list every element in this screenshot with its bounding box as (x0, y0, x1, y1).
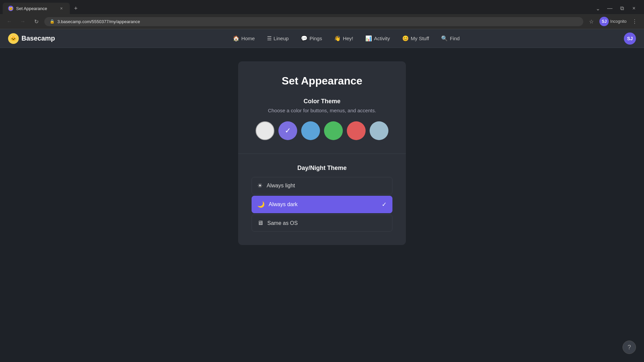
color-swatch-purple[interactable]: ✓ (278, 121, 297, 140)
nav-label-find: Find (450, 36, 460, 41)
minimize-icon: — (607, 5, 612, 11)
close-window-icon: × (632, 5, 635, 11)
extensions-area: SJ Incognito (599, 17, 627, 26)
app-nav: 🐱 Basecamp 🏠Home☰Lineup💬Pings👋Hey!📊Activ… (0, 29, 644, 48)
nav-icon-mystuff: 😊 (402, 35, 409, 42)
browser-chrome: 🐱 Set Appearance × + ⌄ — ⧉ × ← → (0, 0, 644, 29)
maximize-button[interactable]: ⧉ (617, 4, 627, 13)
theme-icon-same-as-os: 🖥 (257, 220, 263, 227)
color-swatch-green[interactable] (324, 121, 343, 140)
theme-icon-always-light: ☀ (257, 182, 263, 189)
browser-menu-button[interactable]: ⋮ (629, 16, 640, 27)
help-icon: ? (628, 344, 631, 351)
address-bar[interactable]: 🔒 3.basecamp.com/5550377/my/appearance (44, 17, 583, 26)
nav-link-hey[interactable]: 👋Hey! (329, 33, 359, 44)
color-swatch-red[interactable] (347, 121, 366, 140)
logo-text: Basecamp (21, 35, 55, 42)
color-theme-section: Color Theme Choose a color for buttons, … (252, 98, 392, 140)
back-icon: ← (7, 18, 12, 24)
active-tab[interactable]: 🐱 Set Appearance × (3, 3, 70, 14)
window-controls: ⌄ — ⧉ × (593, 4, 641, 13)
expand-icon: ⌄ (596, 5, 600, 12)
reload-icon: ↻ (34, 18, 39, 25)
forward-icon: → (20, 18, 25, 24)
day-night-section: Day/Night Theme ☀ Always light 🌙 Always … (252, 165, 392, 232)
lock-icon: 🔒 (50, 19, 55, 24)
nav-label-activity: Activity (374, 36, 390, 41)
url-text: 3.basecamp.com/5550377/my/appearance (57, 19, 140, 24)
nav-link-find[interactable]: 🔍Find (436, 33, 465, 44)
nav-icon-pings: 💬 (301, 35, 308, 42)
nav-link-lineup[interactable]: ☰Lineup (262, 33, 294, 44)
app-logo[interactable]: 🐱 Basecamp (8, 33, 55, 44)
day-night-title: Day/Night Theme (252, 165, 392, 172)
theme-label-always-dark: Always dark (269, 201, 378, 207)
nav-link-pings[interactable]: 💬Pings (296, 33, 328, 44)
bookmark-icon: ☆ (589, 18, 594, 25)
help-button[interactable]: ? (623, 341, 636, 354)
bookmark-button[interactable]: ☆ (586, 16, 597, 27)
color-swatch-blue[interactable] (301, 121, 320, 140)
color-swatch-light-blue[interactable] (370, 121, 388, 140)
nav-right: SJ (624, 33, 636, 45)
close-window-button[interactable]: × (629, 4, 639, 13)
color-theme-description: Choose a color for buttons, menus, and a… (252, 108, 392, 113)
nav-links: 🏠Home☰Lineup💬Pings👋Hey!📊Activity😊My Stuf… (68, 33, 624, 44)
nav-link-activity[interactable]: 📊Activity (360, 33, 395, 44)
color-swatches: ✓ (252, 121, 392, 140)
new-tab-button[interactable]: + (71, 4, 80, 13)
nav-icon-find: 🔍 (441, 35, 448, 42)
nav-label-pings: Pings (310, 36, 322, 41)
minimize-button[interactable]: — (605, 4, 614, 13)
logo-icon: 🐱 (8, 33, 19, 44)
browser-profile-avatar[interactable]: SJ (599, 17, 609, 26)
theme-label-always-light: Always light (267, 183, 387, 189)
tab-favicon: 🐱 (8, 6, 13, 11)
nav-link-home[interactable]: 🏠Home (227, 33, 260, 44)
theme-options: ☀ Always light 🌙 Always dark ✓ 🖥 Same as… (252, 177, 392, 232)
nav-label-hey: Hey! (343, 36, 353, 41)
selected-checkmark: ✓ (285, 126, 291, 135)
forward-button[interactable]: → (17, 16, 28, 27)
theme-option-same-as-os[interactable]: 🖥 Same as OS (252, 215, 392, 232)
appearance-card: Set Appearance Color Theme Choose a colo… (238, 61, 406, 245)
nav-icon-home: 🏠 (233, 35, 239, 42)
address-bar-row: ← → ↻ 🔒 3.basecamp.com/5550377/my/appear… (0, 14, 644, 29)
theme-option-always-dark[interactable]: 🌙 Always dark ✓ (252, 196, 392, 213)
nav-label-home: Home (241, 36, 255, 41)
maximize-icon: ⧉ (620, 5, 624, 11)
browser-profile-label: SJ (602, 19, 607, 24)
color-theme-title: Color Theme (252, 98, 392, 105)
nav-icon-lineup: ☰ (267, 35, 272, 42)
section-divider (238, 154, 406, 154)
nav-label-lineup: Lineup (274, 36, 289, 41)
page-title: Set Appearance (252, 75, 392, 87)
nav-label-mystuff: My Stuff (411, 36, 429, 41)
main-content: Set Appearance Color Theme Choose a colo… (0, 48, 644, 362)
theme-option-always-light[interactable]: ☀ Always light (252, 177, 392, 194)
tab-title: Set Appearance (16, 6, 47, 11)
color-swatch-white[interactable] (256, 121, 274, 140)
expand-window-button[interactable]: ⌄ (593, 4, 602, 13)
browser-menu-icon: ⋮ (632, 18, 637, 25)
user-initials: SJ (627, 36, 633, 41)
theme-icon-always-dark: 🌙 (257, 201, 265, 208)
theme-check-always-dark: ✓ (382, 201, 387, 208)
incognito-label: Incognito (610, 19, 627, 24)
nav-link-mystuff[interactable]: 😊My Stuff (397, 33, 435, 44)
nav-icon-hey: 👋 (334, 35, 341, 42)
back-button[interactable]: ← (4, 16, 15, 27)
tab-bar: 🐱 Set Appearance × + ⌄ — ⧉ × (0, 0, 644, 14)
logo-emoji: 🐱 (10, 35, 17, 42)
user-avatar[interactable]: SJ (624, 33, 636, 45)
nav-icon-activity: 📊 (365, 35, 372, 42)
reload-button[interactable]: ↻ (31, 16, 42, 27)
tab-close-button[interactable]: × (58, 5, 64, 11)
theme-label-same-as-os: Same as OS (267, 220, 387, 226)
